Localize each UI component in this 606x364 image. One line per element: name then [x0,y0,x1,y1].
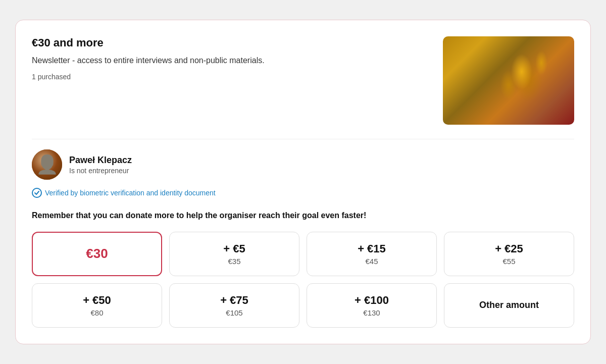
amount-button-plus75[interactable]: + €75€105 [169,283,299,328]
price-title: €30 and more [32,36,431,49]
amount-main-plus25: + €25 [495,242,523,255]
amount-button-plus5[interactable]: + €5€35 [169,232,299,276]
avatar-image [32,149,62,180]
top-section: €30 and more Newsletter - access to enti… [32,36,574,125]
amount-main-other: Other amount [479,300,539,310]
amount-button-plus25[interactable]: + €25€55 [444,232,574,276]
verified-text: Verified by biometric verification and i… [45,189,216,197]
amount-main-plus15: + €15 [358,242,386,255]
product-card: €30 and more Newsletter - access to enti… [15,20,591,344]
verified-badge[interactable]: Verified by biometric verification and i… [32,188,574,198]
verified-icon [32,188,42,198]
description: Newsletter - access to entire interviews… [32,55,431,67]
amount-main-plus50: + €50 [83,294,111,307]
product-thumbnail [443,36,574,125]
amounts-grid: €30+ €5€35+ €15€45+ €25€55+ €50€80+ €75€… [32,232,574,328]
organizer-section: Paweł Klepacz Is not entrepreneur [32,149,574,180]
purchased-count: 1 purchased [32,73,431,81]
amount-sub-plus100: €130 [363,308,380,317]
organizer-info: Paweł Klepacz Is not entrepreneur [69,155,132,175]
amount-sub-plus75: €105 [226,308,242,317]
thumbnail-image [443,36,574,125]
amount-button-plus50[interactable]: + €50€80 [32,283,162,328]
amount-sub-plus15: €45 [365,257,378,266]
organizer-role: Is not entrepreneur [69,167,132,175]
avatar [32,149,62,180]
amount-button-plus100[interactable]: + €100€130 [307,283,437,328]
amount-main-plus75: + €75 [220,294,248,307]
amount-sub-plus25: €55 [502,257,515,266]
amount-sub-plus50: €80 [90,308,103,317]
amount-main-base: €30 [86,246,108,262]
amount-button-base[interactable]: €30 [32,232,162,276]
section-divider [32,139,574,139]
organizer-name: Paweł Klepacz [69,155,132,166]
amount-sub-plus5: €35 [228,257,240,266]
top-left-info: €30 and more Newsletter - access to enti… [32,36,443,81]
amount-button-plus15[interactable]: + €15€45 [307,232,437,276]
amount-button-other[interactable]: Other amount [444,283,574,328]
amount-main-plus100: + €100 [355,294,389,307]
amount-main-plus5: + €5 [223,242,245,255]
donate-prompt: Remember that you can donate more to hel… [32,210,574,221]
